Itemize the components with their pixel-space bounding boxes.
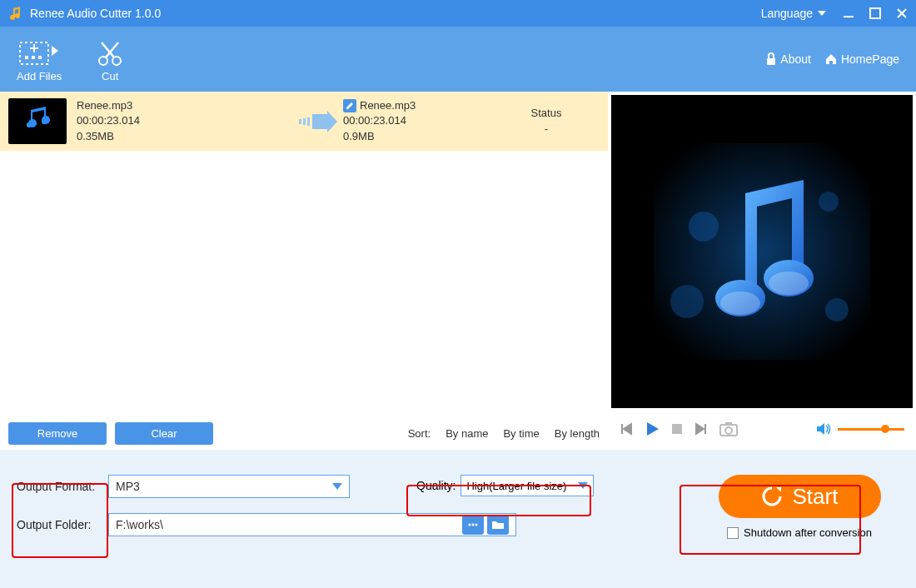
clear-button[interactable]: Clear	[115, 422, 213, 445]
svg-point-32	[472, 524, 475, 526]
file-list: Renee.mp3 00:00:23.014 0.35MB Renee.mp3	[0, 92, 608, 416]
cut-icon	[95, 37, 125, 70]
add-files-button[interactable]: Add Files	[17, 37, 62, 82]
svg-point-14	[42, 116, 50, 124]
quality-label: Quality:	[416, 479, 456, 492]
source-duration: 00:00:23.014	[77, 113, 293, 128]
svg-point-26	[769, 272, 809, 295]
language-selector[interactable]: Language	[761, 7, 826, 20]
about-label: About	[780, 52, 811, 66]
destination-size: 0.9MB	[343, 129, 493, 144]
sort-by-name[interactable]: By name	[446, 427, 488, 440]
preview-panel	[608, 92, 916, 450]
toolbar: Add Files Cut About HomePage	[0, 27, 916, 92]
homepage-label: HomePage	[841, 52, 899, 66]
status-column: Status -	[493, 106, 600, 136]
playback-controls	[608, 408, 916, 450]
svg-rect-27	[672, 424, 682, 434]
svg-point-19	[689, 212, 719, 242]
quality-value: High(Larger file size)	[466, 480, 566, 492]
add-files-icon	[18, 37, 60, 70]
svg-point-8	[99, 57, 107, 65]
remove-button[interactable]: Remove	[8, 422, 107, 445]
open-folder-button[interactable]	[487, 515, 509, 535]
file-thumbnail	[8, 98, 67, 144]
close-button[interactable]	[896, 7, 908, 19]
svg-point-9	[112, 57, 121, 65]
svg-rect-5	[25, 56, 28, 59]
svg-rect-10	[767, 58, 775, 65]
play-button[interactable]	[645, 421, 660, 436]
shutdown-checkbox[interactable]	[727, 527, 739, 539]
maximize-button[interactable]	[869, 7, 881, 19]
svg-rect-4	[33, 44, 35, 52]
file-row[interactable]: Renee.mp3 00:00:23.014 0.35MB Renee.mp3	[0, 92, 608, 151]
svg-rect-17	[307, 117, 310, 126]
volume-control	[816, 422, 904, 436]
preview-viewport	[611, 95, 913, 408]
sort-by-length[interactable]: By length	[555, 427, 600, 440]
output-format-value: MP3	[116, 480, 140, 493]
quality-dropdown[interactable]: High(Larger file size)	[460, 475, 594, 496]
svg-rect-18	[654, 143, 870, 360]
language-label: Language	[761, 7, 813, 20]
quality-group: Quality: High(Larger file size)	[416, 475, 594, 496]
sort-label: Sort:	[408, 427, 431, 440]
output-folder-label: Output Folder:	[17, 518, 108, 531]
volume-slider[interactable]	[838, 428, 904, 431]
window-buttons	[843, 7, 908, 19]
file-list-panel: Renee.mp3 00:00:23.014 0.35MB Renee.mp3	[0, 92, 608, 450]
source-filename: Renee.mp3	[77, 98, 293, 113]
svg-rect-0	[844, 16, 854, 17]
output-format-dropdown[interactable]: MP3	[108, 475, 350, 498]
svg-point-25	[720, 292, 760, 315]
folder-menu-button[interactable]	[462, 515, 484, 535]
stop-button[interactable]	[671, 423, 683, 435]
svg-point-31	[469, 524, 471, 526]
volume-icon[interactable]	[816, 422, 831, 436]
svg-rect-30	[725, 422, 732, 426]
list-footer: Remove Clear Sort: By name By time By le…	[0, 416, 608, 450]
about-link[interactable]: About	[765, 52, 811, 66]
chevron-down-icon	[332, 483, 342, 490]
status-value: -	[493, 122, 600, 137]
arrow-icon	[293, 111, 343, 132]
shutdown-checkbox-row[interactable]: Shutdown after conversion	[727, 526, 872, 539]
home-icon	[824, 52, 838, 66]
lock-icon	[765, 52, 777, 66]
cut-label: Cut	[102, 70, 118, 82]
destination-duration: 00:00:23.014	[343, 113, 493, 128]
output-folder-input[interactable]: F:\works\	[108, 513, 516, 536]
svg-point-21	[670, 285, 704, 318]
titlebar: Renee Audio Cutter 1.0.0 Language	[0, 0, 916, 27]
snapshot-button[interactable]	[719, 421, 738, 436]
cut-button[interactable]: Cut	[95, 37, 125, 82]
app-title: Renee Audio Cutter 1.0.0	[30, 7, 761, 20]
output-folder-value: F:\works\	[116, 518, 459, 531]
svg-rect-15	[299, 119, 301, 124]
svg-rect-16	[303, 118, 306, 125]
start-label: Start	[793, 484, 839, 510]
refresh-icon	[761, 486, 783, 507]
edit-icon[interactable]	[343, 99, 356, 112]
add-files-label: Add Files	[17, 70, 62, 82]
output-format-label: Output Format:	[17, 480, 108, 493]
bottom-panel: Output Format: MP3 Output Folder: F:\wor…	[0, 450, 916, 588]
source-info: Renee.mp3 00:00:23.014 0.35MB	[77, 98, 293, 144]
svg-rect-7	[38, 56, 42, 59]
minimize-button[interactable]	[843, 7, 854, 19]
next-button[interactable]	[694, 422, 708, 436]
svg-point-13	[28, 119, 37, 127]
homepage-link[interactable]: HomePage	[824, 52, 899, 66]
chevron-down-icon	[578, 482, 588, 489]
prev-button[interactable]	[620, 422, 633, 436]
svg-point-29	[725, 427, 732, 434]
app-logo-icon	[8, 6, 23, 21]
svg-rect-1	[870, 8, 880, 18]
chevron-down-icon	[818, 11, 826, 16]
svg-rect-6	[32, 56, 35, 59]
sort-controls: Sort: By name By time By length	[408, 427, 600, 440]
start-button[interactable]: Start	[719, 475, 881, 518]
sort-by-time[interactable]: By time	[503, 427, 539, 440]
status-header: Status	[493, 106, 600, 121]
